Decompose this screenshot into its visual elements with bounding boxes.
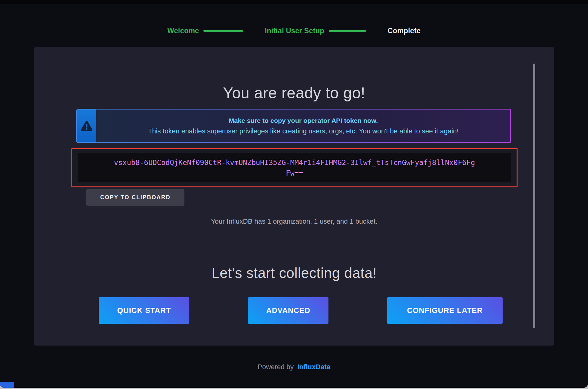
completion-card: You are ready to go! Make sure to copy y… [34,47,554,346]
step-complete: Complete [388,27,421,35]
setup-page: Welcome Initial User Setup Complete You … [0,0,588,388]
api-token-box: vsxub8-6UDCodQjKeNf090CtR-kvmUNZbuHI35ZG… [71,148,518,187]
influxdata-link[interactable]: InfluxData [297,363,330,371]
onboarding-stepper: Welcome Initial User Setup Complete [0,27,588,35]
resource-summary: Your InfluxDB has 1 organization, 1 user… [34,217,554,226]
step-connector-line [203,30,243,32]
step-connector-line [329,30,366,32]
quick-start-button[interactable]: QUICK START [99,297,189,324]
api-token-field[interactable]: vsxub8-6UDCodQjKeNf090CtR-kvmUNZbuHI35ZG… [78,153,511,182]
api-token-value: vsxub8-6UDCodQjKeNf090CtR-kvmUNZbuHI35ZG… [113,157,476,178]
ready-title: You are ready to go! [34,84,554,102]
window-top-edge [0,0,588,4]
step-welcome[interactable]: Welcome [167,27,199,35]
bottom-left-accent [0,382,14,388]
alert-icon-box [77,110,96,142]
api-token-alert: Make sure to copy your operator API toke… [76,109,511,143]
alert-heading: Make sure to copy your operator API toke… [229,117,378,124]
warning-triangle-icon [80,120,93,132]
configure-later-button[interactable]: CONFIGURE LATER [387,297,503,324]
scrollbar[interactable] [533,64,535,328]
action-buttons-row: QUICK START ADVANCED CONFIGURE LATER [99,297,503,324]
collect-data-title: Let’s start collecting data! [34,265,554,281]
powered-by-label: Powered by [258,363,294,371]
alert-content: Make sure to copy your operator API toke… [96,110,510,142]
footer: Powered by InfluxData [0,363,588,371]
advanced-button[interactable]: ADVANCED [248,297,328,324]
step-initial-user-setup[interactable]: Initial User Setup [265,27,324,35]
alert-body: This token enables superuser privileges … [148,127,459,135]
copy-to-clipboard-button[interactable]: COPY TO CLIPBOARD [86,189,184,206]
